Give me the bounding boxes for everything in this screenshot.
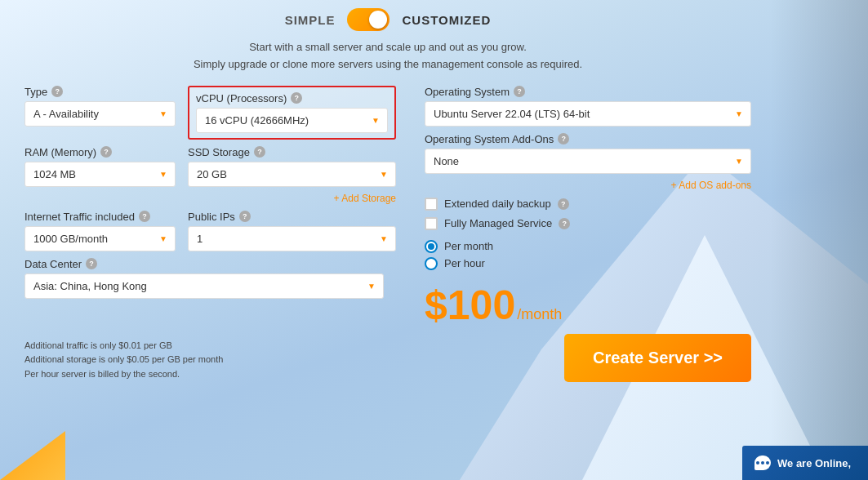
os-label: Operating System ? — [425, 86, 751, 98]
subtitle-line1: Start with a small server and scale up a… — [24, 39, 751, 56]
ssd-label: SSD Storage ? — [188, 146, 396, 158]
type-field: Type ? A - Availability — [24, 86, 176, 127]
datacenter-select-wrapper: Asia: China, Hong Kong — [24, 273, 384, 299]
ips-label: Public IPs ? — [188, 211, 396, 223]
fully-managed-row: Fully Managed Service ? — [425, 217, 751, 230]
subtitle: Start with a small server and scale up a… — [24, 39, 751, 73]
os-select[interactable]: Ubuntu Server 22.04 (LTS) 64-bit — [425, 101, 751, 127]
datacenter-field: Data Center ? Asia: China, Hong Kong — [24, 258, 408, 299]
vcpu-field: vCPU (Processors) ? 16 vCPU (42666MHz) — [188, 86, 396, 140]
extended-backup-label: Extended daily backup — [444, 198, 551, 210]
datacenter-label: Data Center ? — [24, 258, 408, 270]
ssd-help-icon[interactable]: ? — [254, 146, 265, 158]
type-select-wrapper: A - Availability — [24, 101, 176, 127]
traffic-select[interactable]: 1000 GB/month — [24, 226, 176, 251]
create-server-button[interactable]: Create Server >> — [564, 334, 751, 382]
mode-toggle[interactable] — [347, 8, 389, 31]
traffic-field: Internet Traffic included ? 1000 GB/mont… — [24, 211, 176, 251]
customized-label: CUSTOMIZED — [402, 13, 491, 27]
ips-field: Public IPs ? 1 — [188, 211, 396, 251]
extended-backup-row: Extended daily backup ? — [425, 198, 751, 211]
footer-note3: Per hour server is billed by the second. — [24, 367, 223, 382]
type-help-icon[interactable]: ? — [51, 86, 63, 97]
row-traffic-ips: Internet Traffic included ? 1000 GB/mont… — [24, 211, 408, 251]
fully-managed-label: Fully Managed Service — [444, 217, 552, 229]
row-datacenter: Data Center ? Asia: China, Hong Kong — [24, 258, 408, 299]
os-select-wrapper: Ubuntu Server 22.04 (LTS) 64-bit — [425, 101, 751, 127]
row-ram-ssd: RAM (Memory) ? 1024 MB SSD Storage ? — [24, 146, 408, 204]
add-os-addons-link[interactable]: + Add OS add-ons — [425, 180, 751, 191]
os-addons-label: Operating System Add-Ons ? — [425, 133, 751, 145]
ram-field: RAM (Memory) ? 1024 MB — [24, 146, 176, 187]
fully-managed-checkbox[interactable] — [425, 217, 438, 230]
footer-note1: Additional traffic is only $0.01 per GB — [24, 339, 223, 353]
vcpu-help-icon[interactable]: ? — [291, 92, 302, 104]
traffic-select-wrapper: 1000 GB/month — [24, 226, 176, 251]
subtitle-line2: Simply upgrade or clone more servers usi… — [24, 56, 751, 73]
price-section: $100 /month — [425, 285, 751, 326]
per-month-label: Per month — [444, 240, 493, 252]
price-period: /month — [517, 306, 562, 323]
ips-select-wrapper: 1 — [188, 226, 396, 251]
chat-widget[interactable]: We are Online, — [742, 446, 868, 480]
options-section: Extended daily backup ? Fully Managed Se… — [425, 198, 751, 230]
os-addons-field: Operating System Add-Ons ? None + Add OS… — [425, 133, 751, 191]
dark-overlay — [770, 0, 868, 480]
type-select[interactable]: A - Availability — [24, 101, 176, 127]
ssd-select-wrapper: 20 GB — [188, 162, 396, 187]
ssd-select[interactable]: 20 GB — [188, 162, 396, 187]
per-hour-label: Per hour — [444, 257, 485, 269]
chat-bubble-icon — [754, 456, 771, 470]
traffic-label: Internet Traffic included ? — [24, 211, 176, 223]
toggle-section: SIMPLE CUSTOMIZED — [24, 8, 751, 31]
os-addons-select[interactable]: None — [425, 149, 751, 174]
ram-select-wrapper: 1024 MB — [24, 162, 176, 187]
datacenter-help-icon[interactable]: ? — [86, 258, 97, 269]
ssd-field: SSD Storage ? 20 GB + Add Storage — [188, 146, 396, 204]
fully-managed-help[interactable]: ? — [559, 218, 570, 229]
form-layout: Type ? A - Availability vCPU (Processors… — [24, 86, 751, 326]
per-hour-radio[interactable] — [425, 257, 438, 270]
os-addons-select-wrapper: None — [425, 149, 751, 174]
left-form: Type ? A - Availability vCPU (Processors… — [24, 86, 408, 326]
add-storage-link[interactable]: + Add Storage — [188, 193, 396, 204]
row-type-vcpu: Type ? A - Availability vCPU (Processors… — [24, 86, 408, 140]
vcpu-select-wrapper: 16 vCPU (42666MHz) — [196, 108, 388, 133]
simple-label: SIMPLE — [285, 13, 336, 27]
type-label: Type ? — [24, 86, 176, 98]
traffic-help-icon[interactable]: ? — [139, 211, 150, 222]
os-field: Operating System ? Ubuntu Server 22.04 (… — [425, 86, 751, 127]
extended-backup-checkbox[interactable] — [425, 198, 438, 211]
vcpu-label: vCPU (Processors) ? — [196, 92, 388, 104]
per-month-radio[interactable] — [425, 240, 438, 253]
ips-help-icon[interactable]: ? — [239, 211, 251, 222]
vcpu-select[interactable]: 16 vCPU (42666MHz) — [196, 108, 388, 133]
ram-select[interactable]: 1024 MB — [24, 162, 176, 187]
ram-label: RAM (Memory) ? — [24, 146, 176, 158]
footer-note2: Additional storage is only $0.05 per GB … — [24, 353, 223, 367]
footer-area: Additional traffic is only $0.01 per GB … — [24, 334, 751, 382]
billing-section: Per month Per hour — [425, 240, 751, 270]
extended-backup-help[interactable]: ? — [558, 198, 569, 210]
chat-label: We are Online, — [777, 457, 851, 469]
right-panel: Operating System ? Ubuntu Server 22.04 (… — [425, 86, 751, 326]
os-addons-help-icon[interactable]: ? — [558, 133, 569, 144]
footer-notes: Additional traffic is only $0.01 per GB … — [24, 339, 223, 382]
ips-select[interactable]: 1 — [188, 226, 396, 251]
per-hour-row: Per hour — [425, 257, 751, 270]
price-amount: $100 — [425, 285, 515, 326]
datacenter-select[interactable]: Asia: China, Hong Kong — [24, 273, 384, 299]
per-month-row: Per month — [425, 240, 751, 253]
ram-help-icon[interactable]: ? — [100, 146, 112, 158]
main-container: SIMPLE CUSTOMIZED Start with a small ser… — [0, 0, 776, 480]
os-help-icon[interactable]: ? — [514, 86, 525, 97]
